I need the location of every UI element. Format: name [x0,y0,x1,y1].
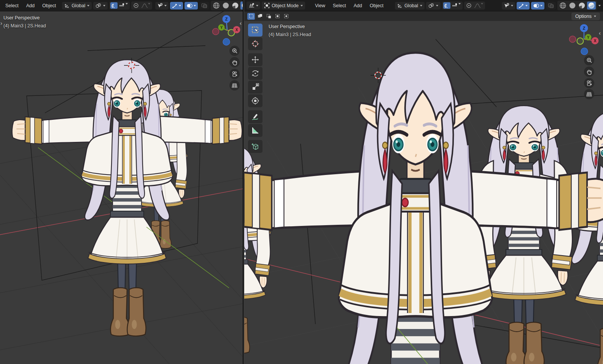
character-profile-edge[interactable] [568,111,603,364]
gizmos-toggle[interactable] [517,2,530,10]
tool-select-box[interactable] [248,24,263,37]
shading-dropdown-chevron[interactable] [598,5,601,6]
blender-window: Select Add Object Global [0,0,603,364]
menu-add[interactable]: Add [351,2,365,10]
shading-wireframe[interactable] [212,2,221,10]
tool-rotate[interactable] [248,67,263,80]
character-duplicate-right[interactable] [475,106,573,364]
sidebar-collapse-arrow[interactable]: ‹ [240,21,242,26]
overlays-toggle[interactable] [531,2,544,10]
orientation-label: Global [404,3,418,8]
xray-toggle[interactable] [546,2,556,10]
proportional-edit-toggle[interactable] [465,2,473,9]
sidebar-collapse-arrow[interactable]: ‹ [599,30,601,36]
show-gizmo-dropdown[interactable] [502,2,515,10]
gizmo-arrow-icon [172,3,178,8]
orientation-axes-icon [397,3,403,8]
menu-select[interactable]: Select [330,2,349,10]
toggle-ortho-button[interactable] [229,80,240,91]
axis-neg-y[interactable] [577,38,584,45]
pivot-point-dropdown[interactable] [93,2,108,10]
chevron-down-icon [420,5,422,6]
context-path: (4) Main3 | 2S.Head [269,31,311,39]
character-main-right[interactable] [244,52,603,364]
tool-annotate[interactable] [248,110,263,123]
snap-increment-icon [119,3,126,8]
tool-transform[interactable] [248,94,263,107]
toolbar-expand-arrow[interactable]: › [0,21,2,26]
shading-rendered[interactable] [587,2,596,10]
snap-group [109,2,130,10]
context-path: (4) Main3 | 2S.Head [3,22,46,30]
mode-dropdown[interactable]: Object Mode [262,2,305,10]
tool-add-cube[interactable] [248,140,263,153]
proportional-falloff-dropdown[interactable] [473,3,484,9]
pan-button[interactable] [584,67,594,77]
menu-view[interactable]: View [312,2,328,10]
viewport-info-overlay: User Perspective (4) Main3 | 2S.Head [3,14,46,30]
tool-cursor[interactable] [248,37,263,50]
shading-solid[interactable] [568,2,577,10]
proportional-circle-icon [133,3,139,8]
camera-view-button[interactable] [584,78,594,88]
shading-material[interactable] [578,2,586,10]
overlays-toggle[interactable] [185,2,198,10]
tool-move[interactable] [248,53,263,66]
axis-y-label: Y [220,25,223,30]
character-main-left[interactable] [12,60,242,336]
gizmo-pointer-icon [504,3,510,8]
snap-settings-dropdown[interactable] [118,3,129,9]
proportional-falloff-dropdown[interactable] [140,3,151,9]
pivot-point-dropdown[interactable] [426,2,441,10]
snap-toggle[interactable] [443,2,450,9]
shading-material[interactable] [231,2,240,10]
snap-settings-dropdown[interactable] [451,3,461,9]
show-gizmo-dropdown[interactable] [155,2,169,10]
object-mode-icon [264,3,270,8]
shading-rendered[interactable] [240,2,243,10]
select-mode-intersect[interactable] [282,13,290,20]
editor-type-dropdown[interactable] [247,2,260,10]
axis-neg-z[interactable] [223,38,230,45]
axis-z-label: Z [225,17,228,21]
menu-object[interactable]: Object [367,2,387,10]
zoom-button[interactable] [229,46,240,56]
camera-view-button[interactable] [229,69,240,79]
axis-neg-z[interactable] [581,48,588,55]
viewport-info-overlay: User Perspective (4) Main3 | 2S.Head [269,23,311,39]
transform-orientation-dropdown[interactable]: Global [395,2,425,10]
gizmos-toggle[interactable] [170,2,183,10]
viewport-right: Object Mode View Select Add Object Globa… [244,0,603,364]
scene-left[interactable] [0,11,243,364]
zoom-button[interactable] [584,55,594,65]
menu-select[interactable]: Select [2,2,22,10]
navigation-gizmo[interactable]: Y X Z [211,14,243,46]
select-mode-extend[interactable] [256,13,264,20]
axis-neg-x[interactable] [570,36,576,43]
menu-object[interactable]: Object [39,2,59,10]
chevron-down-icon [103,5,105,6]
shading-solid[interactable] [221,2,230,10]
tool-measure[interactable] [248,124,263,137]
select-mode-invert[interactable] [274,13,281,20]
axis-neg-x[interactable] [213,29,219,35]
transform-orientation-dropdown[interactable]: Global [62,2,92,10]
proportional-edit-group [131,2,152,10]
options-dropdown[interactable]: Options [571,13,600,20]
proportional-edit-toggle[interactable] [132,2,140,9]
scene-right[interactable] [244,11,603,364]
toggle-ortho-button[interactable] [584,89,594,99]
snap-toggle[interactable] [110,2,118,9]
menu-add[interactable]: Add [23,2,38,10]
magnet-icon [444,3,450,8]
viewport-right-header: Object Mode View Select Add Object Globa… [244,0,603,11]
select-mode-subtract[interactable] [265,13,272,20]
tool-scale[interactable] [248,81,263,94]
pan-button[interactable] [229,57,240,67]
shading-wireframe[interactable] [558,2,567,10]
view-name: User Perspective [269,23,311,31]
navigation-gizmo[interactable]: Y X Z [568,23,600,55]
xray-toggle[interactable] [199,2,209,10]
select-mode-set[interactable] [247,13,255,20]
pivot-icon [95,3,101,8]
